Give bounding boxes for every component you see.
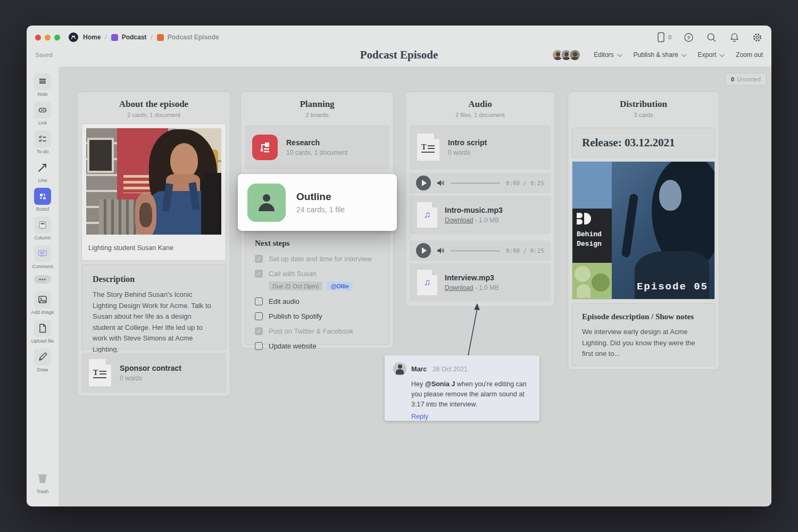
tool-label: Add image (31, 310, 54, 315)
editor-avatars[interactable] (552, 49, 581, 61)
breadcrumb-home[interactable]: Home (83, 34, 101, 41)
behind-design-logo (577, 213, 608, 225)
sidebar-tool-link[interactable]: Link (34, 102, 51, 126)
zoom-out-button[interactable]: Zoom out (736, 51, 763, 59)
breadcrumb-separator: / (105, 34, 106, 41)
sidebar-tool-column[interactable]: Column (34, 217, 51, 240)
checkbox-checked[interactable]: ✓ (255, 327, 263, 335)
tool-label: Upload file (31, 338, 54, 344)
breadcrumb-podcast-label: Podcast (122, 34, 147, 41)
sidebar-more-tools-button[interactable]: ••• (34, 275, 51, 284)
help-button[interactable]: ? (683, 32, 694, 43)
todo-item: ✓ Set up date and time for interview (255, 255, 379, 263)
outline-board-card-dragging[interactable]: Outline 24 cards, 1 file (238, 174, 397, 231)
intro-script-card[interactable]: T Intro script 0 words (410, 125, 551, 169)
trash-icon (36, 472, 49, 486)
release-date-card[interactable]: Release: 03.12.2021 (572, 128, 715, 157)
outline-title: Outline (296, 191, 345, 203)
episode-cover-art[interactable]: Episode 05 Behind Design (572, 161, 715, 300)
tool-label: Link (38, 120, 47, 126)
topbar: Home / Podcast / Podcast Episode 0 (27, 26, 771, 66)
zoom-out-label: Zoom out (736, 51, 763, 59)
checkbox-checked[interactable]: ✓ (255, 255, 263, 263)
image-card-susan-kane[interactable]: Lighting student Susan Kane (81, 123, 226, 261)
assignee-pill[interactable]: @Ollie (327, 281, 353, 290)
comment-author-name: Marc (411, 365, 427, 373)
close-window-button[interactable] (35, 35, 41, 40)
column-title[interactable]: Distribution (568, 99, 719, 110)
next-steps-title: Next steps (255, 239, 379, 248)
editors-menu-button[interactable]: Editors (594, 51, 620, 59)
unsorted-badge[interactable]: 0 Unsorted (725, 73, 767, 86)
settings-gear-icon[interactable] (752, 32, 763, 43)
publish-share-menu-button[interactable]: Publish & share (634, 51, 685, 59)
due-date-pill[interactable]: Due 21 Oct (3pm) (269, 281, 322, 290)
milanote-logo[interactable] (69, 32, 78, 42)
sidebar-tool-comment[interactable]: Comment (32, 245, 53, 269)
next-steps-card[interactable]: Next steps ✓ Set up date and time for in… (245, 230, 389, 345)
sidebar-trash[interactable]: Trash (34, 470, 51, 494)
column-title[interactable]: Audio (406, 99, 554, 110)
sidebar-tool-board[interactable]: Board (34, 188, 51, 212)
export-label: Export (698, 51, 717, 59)
sidebar-tool-add-image[interactable]: Add image (31, 291, 54, 315)
sidebar-tool-upload-file[interactable]: Upload file (31, 320, 54, 344)
search-icon[interactable] (706, 32, 717, 43)
download-link[interactable]: Download (445, 284, 473, 292)
checkbox-unchecked[interactable] (255, 342, 263, 350)
outline-board-icon (247, 184, 286, 222)
cover-episode-text: Episode 05 (637, 281, 708, 293)
checkbox-checked[interactable]: ✓ (255, 270, 263, 278)
download-link[interactable]: Download (445, 217, 473, 224)
comment-body: Hey @Sonia J when you're editing can you… (411, 379, 531, 410)
description-card[interactable]: Description The Story Behind Susan's Ico… (81, 264, 226, 350)
export-menu-button[interactable]: Export (698, 51, 724, 59)
breadcrumb-podcast[interactable]: Podcast (111, 34, 147, 41)
sidebar-tool-line[interactable]: Line (34, 159, 51, 183)
breadcrumb-podcast-episode-label: Podcast Episode (168, 34, 219, 41)
todo-item: Edit audio (255, 297, 379, 305)
intro-script-title: Intro script (448, 138, 487, 147)
interview-file-card[interactable]: ♫ Interview.mp3 Download - 1.0 MB (410, 263, 551, 302)
todo-item: Publish to Spotify (255, 312, 379, 320)
research-board-card[interactable]: Research 10 cards, 1 document (245, 125, 389, 169)
file-name: Interview.mp3 (445, 273, 499, 282)
audio-time: 0:00 / 0:25 (506, 248, 544, 254)
sponsor-contract-title: Sponsor contract (120, 364, 181, 372)
avatar[interactable] (569, 49, 581, 61)
note-icon (37, 76, 48, 87)
play-button[interactable] (416, 243, 431, 258)
intro-music-file-card[interactable]: ♫ Intro-music.mp3 Download - 1.0 MB (410, 196, 551, 234)
column-title[interactable]: About the episode (78, 99, 230, 110)
comment-mention[interactable]: @Sonia J (425, 380, 455, 388)
play-button[interactable] (416, 176, 431, 190)
more-dots-icon: ••• (34, 275, 51, 284)
audio-progress-bar[interactable] (451, 250, 500, 252)
description-body: The Story Behind Susan's Iconic Lighting… (93, 289, 215, 355)
sidebar-tool-todo[interactable]: To-do (34, 130, 51, 154)
unsorted-count: 0 (731, 76, 734, 82)
breadcrumb-podcast-episode[interactable]: Podcast Episode (157, 34, 219, 41)
podcast-episode-board-icon (157, 34, 164, 41)
audio-progress-bar[interactable] (451, 182, 500, 184)
sidebar-tool-draw[interactable]: Draw (34, 348, 51, 372)
todo-label: Publish to Spotify (269, 312, 322, 320)
line-arrow-icon (37, 162, 48, 173)
checkbox-unchecked[interactable] (255, 297, 263, 305)
sidebar-tool-note[interactable]: Note (34, 73, 51, 97)
comment-reply-link[interactable]: Reply (411, 413, 531, 420)
comment-card[interactable]: Marc 28 Oct 2021 Hey @Sonia J when you'r… (385, 355, 539, 421)
checkbox-unchecked[interactable] (255, 312, 263, 320)
volume-icon[interactable] (437, 247, 445, 254)
sponsor-contract-card[interactable]: T Sponsor contract 0 words (81, 353, 226, 393)
connected-devices-button[interactable]: 0 (655, 31, 671, 43)
susan-kane-photo (86, 128, 221, 235)
episode-description-card[interactable]: Episode description / Show notes We inte… (572, 303, 715, 366)
episode-description-body: We interview early design at Acme Lighti… (582, 327, 705, 360)
description-title: Description (93, 275, 215, 284)
notifications-bell-icon[interactable] (729, 32, 740, 43)
minimize-window-button[interactable] (45, 35, 51, 40)
volume-icon[interactable] (437, 179, 445, 187)
maximize-window-button[interactable] (54, 35, 60, 40)
column-title[interactable]: Planning (241, 99, 393, 110)
